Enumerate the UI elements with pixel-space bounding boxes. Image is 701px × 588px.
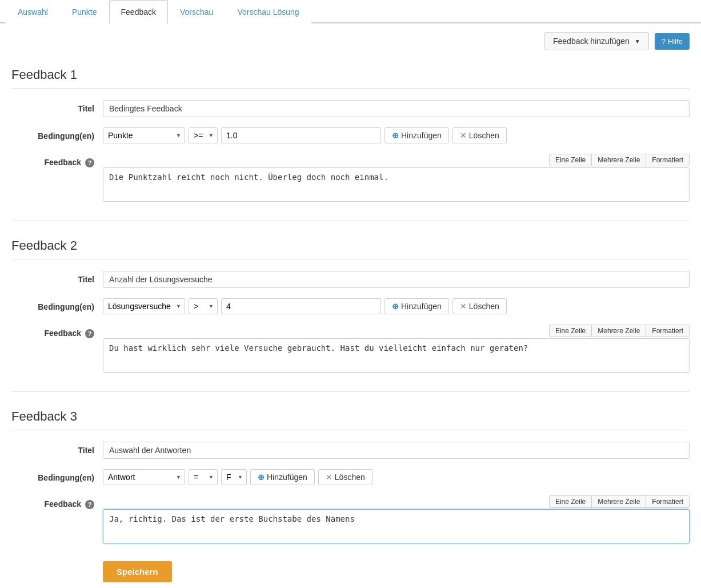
feedback-2-condition-value[interactable] <box>221 298 381 314</box>
main-content: Feedback hinzufügen ▼ ? Hilfe Feedback 1… <box>0 23 701 588</box>
feedback-3-titel-input[interactable] <box>103 442 690 459</box>
feedback-1-bedingung-wrap: Punkte Lösungsversuche Antwort >= > = <=… <box>103 127 690 143</box>
feedback-2-field-select[interactable]: Punkte Lösungsversuche Antwort <box>103 298 185 314</box>
feedback-1-condition-value[interactable] <box>221 127 381 143</box>
feedback-3-bedingung-label: Bedingung(en) <box>11 469 103 482</box>
feedback-3-einzeile-btn[interactable]: Eine Zeile <box>549 495 592 508</box>
feedback-3-bedingung-row: Bedingung(en) Punkte Lösungsversuche Ant… <box>11 469 690 485</box>
feedback-3-add-button[interactable]: ⊕ Hinzufügen <box>250 469 315 485</box>
divider-1 <box>11 221 690 221</box>
feedback-3-op-select[interactable]: >= > = <= < <box>189 469 218 485</box>
feedback-2-textarea[interactable]: Du hast wirklich sehr viele Versuche geb… <box>103 338 690 373</box>
feedback-1-title: Feedback 1 <box>11 62 690 89</box>
tab-bar: Auswahl Punkte Feedback Vorschau Vorscha… <box>0 0 701 23</box>
feedback-1-field-select-wrap: Punkte Lösungsversuche Antwort <box>103 127 185 143</box>
feedback-1-titel-row: Titel <box>11 100 690 117</box>
feedback-2-einzeile-btn[interactable]: Eine Zeile <box>549 325 592 337</box>
feedback-1-einzeile-btn[interactable]: Eine Zeile <box>549 154 592 166</box>
feedback-2-field-select-wrap: Punkte Lösungsversuche Antwort <box>103 298 185 314</box>
feedback-3-field-select[interactable]: Punkte Lösungsversuche Antwort <box>103 469 185 485</box>
tab-vorschau[interactable]: Vorschau <box>168 0 225 23</box>
feedback-1-text-row: Feedback ? Eine Zeile Mehrere Zeile Form… <box>11 154 690 203</box>
feedback-3-delete-button[interactable]: ✕ Löschen <box>318 469 372 485</box>
caret-icon: ▼ <box>635 38 640 45</box>
feedback-1-field-select[interactable]: Punkte Lösungsversuche Antwort <box>103 127 185 143</box>
feedback-1-bedingung-row: Bedingung(en) Punkte Lösungsversuche Ant… <box>11 127 690 143</box>
feedback-1-help-icon[interactable]: ? <box>85 158 94 167</box>
feedback-2-feedback-label: Feedback ? <box>11 325 103 338</box>
feedback-1-titel-wrap <box>103 100 690 117</box>
feedback-1-text-wrap: Eine Zeile Mehrere Zeile Formatiert Die … <box>103 154 690 203</box>
save-wrap: Speichern <box>103 555 690 582</box>
feedback-2-add-button[interactable]: ⊕ Hinzufügen <box>384 298 449 314</box>
feedback-1-op-select[interactable]: >= > = <= < <box>189 127 218 143</box>
feedback-section-3: Feedback 3 Titel Bedingung(en) Punkte Lö… <box>11 403 690 582</box>
save-button[interactable]: Speichern <box>103 561 172 582</box>
feedback-section-2: Feedback 2 Titel Bedingung(en) Punkte Lö… <box>11 233 690 374</box>
feedback-3-feedback-label: Feedback ? <box>11 495 103 509</box>
add-label-3: Hinzufügen <box>267 473 307 482</box>
feedback-3-titel-wrap <box>103 442 690 459</box>
feedback-2-bedingung-label: Bedingung(en) <box>11 298 103 311</box>
feedback-1-format-buttons: Eine Zeile Mehrere Zeile Formatiert <box>103 154 690 166</box>
feedback-2-format-buttons: Eine Zeile Mehrere Zeile Formatiert <box>103 325 690 337</box>
add-feedback-label: Feedback hinzufügen <box>553 37 630 46</box>
feedback-2-delete-button[interactable]: ✕ Löschen <box>452 298 507 314</box>
toolbar: Feedback hinzufügen ▼ ? Hilfe <box>11 32 690 50</box>
feedback-1-delete-button[interactable]: ✕ Löschen <box>452 127 507 143</box>
feedback-2-op-select-wrap: >= > = <= < <box>189 298 218 314</box>
feedback-1-titel-input[interactable] <box>103 100 690 117</box>
feedback-2-mehrere-btn[interactable]: Mehrere Zeile <box>591 325 646 337</box>
feedback-3-text-wrap: Eine Zeile Mehrere Zeile Formatiert Ja, … <box>103 495 690 545</box>
feedback-2-titel-input[interactable] <box>103 271 690 288</box>
feedback-1-add-button[interactable]: ⊕ Hinzufügen <box>384 127 449 143</box>
feedback-2-titel-label: Titel <box>11 271 103 284</box>
feedback-1-condition-row: Punkte Lösungsversuche Antwort >= > = <=… <box>103 127 690 143</box>
feedback-3-titel-row: Titel <box>11 442 690 459</box>
feedback-2-formatiert-btn[interactable]: Formatiert <box>646 325 690 337</box>
add-label-2: Hinzufügen <box>401 302 442 311</box>
tab-punkte[interactable]: Punkte <box>60 0 109 23</box>
help-button[interactable]: ? Hilfe <box>655 33 690 50</box>
plus-icon: ⊕ <box>392 131 399 140</box>
plus-icon-2: ⊕ <box>392 302 399 311</box>
feedback-3-help-icon[interactable]: ? <box>85 500 94 509</box>
feedback-1-titel-label: Titel <box>11 100 103 113</box>
feedback-3-op-select-wrap: >= > = <= < <box>189 469 218 485</box>
feedback-2-title: Feedback 2 <box>11 233 690 259</box>
feedback-2-bedingung-row: Bedingung(en) Punkte Lösungsversuche Ant… <box>11 298 690 314</box>
divider-2 <box>11 391 690 392</box>
feedback-1-op-select-wrap: >= > = <= < <box>189 127 218 143</box>
feedback-1-feedback-label: Feedback ? <box>11 154 103 167</box>
feedback-3-letter-select-wrap: A B C D E F <box>221 469 247 485</box>
feedback-3-bedingung-wrap: Punkte Lösungsversuche Antwort >= > = <=… <box>103 469 690 485</box>
help-icon: ? <box>662 37 666 46</box>
feedback-section-1: Feedback 1 Titel Bedingung(en) Punkte Lö… <box>11 62 690 203</box>
feedback-1-mehrere-btn[interactable]: Mehrere Zeile <box>591 154 646 166</box>
delete-label-3: Löschen <box>335 473 365 482</box>
tab-vorschau-loesung[interactable]: Vorschau Lösung <box>225 0 311 23</box>
feedback-2-titel-row: Titel <box>11 271 690 288</box>
times-icon-3: ✕ <box>326 473 333 482</box>
feedback-2-text-row: Feedback ? Eine Zeile Mehrere Zeile Form… <box>11 325 690 374</box>
tab-auswahl[interactable]: Auswahl <box>6 0 60 23</box>
feedback-2-condition-row: Punkte Lösungsversuche Antwort >= > = <=… <box>103 298 690 314</box>
feedback-3-text-row: Feedback ? Eine Zeile Mehrere Zeile Form… <box>11 495 690 545</box>
feedback-3-formatiert-btn[interactable]: Formatiert <box>646 495 690 508</box>
tab-feedback[interactable]: Feedback <box>109 0 168 23</box>
delete-label-2: Löschen <box>469 302 499 311</box>
feedback-3-field-select-wrap: Punkte Lösungsversuche Antwort <box>103 469 185 485</box>
delete-label: Löschen <box>469 131 499 140</box>
feedback-3-textarea[interactable]: Ja, richtig. Das ist der erste Buchstabe… <box>103 509 690 543</box>
feedback-3-condition-row: Punkte Lösungsversuche Antwort >= > = <=… <box>103 469 690 485</box>
add-feedback-button[interactable]: Feedback hinzufügen ▼ <box>544 32 649 50</box>
add-label: Hinzufügen <box>401 131 442 140</box>
feedback-2-text-group: Eine Zeile Mehrere Zeile Formatiert Du h… <box>103 325 690 374</box>
feedback-1-textarea[interactable]: Die Punktzahl reicht noch nicht. Überleg… <box>103 167 690 202</box>
feedback-3-mehrere-btn[interactable]: Mehrere Zeile <box>591 495 646 508</box>
feedback-1-formatiert-btn[interactable]: Formatiert <box>646 154 690 166</box>
times-icon: ✕ <box>460 131 467 140</box>
feedback-3-letter-select[interactable]: A B C D E F <box>221 469 247 485</box>
feedback-2-help-icon[interactable]: ? <box>85 329 94 338</box>
feedback-2-op-select[interactable]: >= > = <= < <box>189 298 218 314</box>
